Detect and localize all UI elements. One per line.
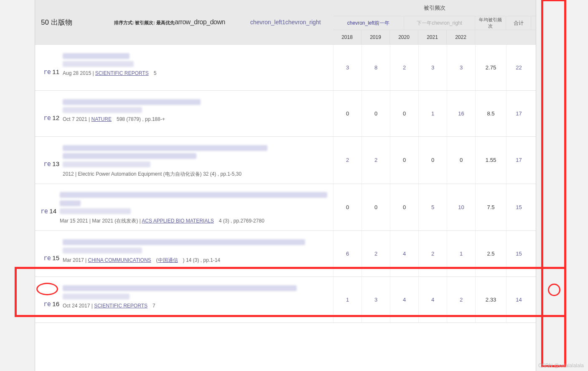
redacted-authors[interactable] <box>63 161 150 167</box>
cite-year-value[interactable]: 6 <box>333 231 361 276</box>
redacted-title[interactable] <box>60 192 327 198</box>
annotation-circle-sum <box>548 284 560 296</box>
volume-info: ) 14 (3) , pp.1-14 <box>183 257 220 263</box>
cite-year-value[interactable]: 1 <box>418 91 447 136</box>
cite-year-value[interactable]: 0 <box>333 91 361 136</box>
year-2019: 2019 <box>361 30 390 44</box>
cite-year-value[interactable]: 2 <box>333 137 361 184</box>
redacted-authors[interactable] <box>63 294 130 299</box>
table-row: re 15Mar 2017 | CHINA COMMUNICATIONS(中国通… <box>35 231 536 277</box>
redacted-title[interactable] <box>63 99 201 105</box>
citation-report-table: 50 出版物 排序方式: 被引频次: 最高优先arrow_drop_down c… <box>35 0 536 371</box>
cite-year-value[interactable]: 5 <box>418 184 447 231</box>
journal-link[interactable]: SCIENTIFIC REPORTS <box>95 70 149 76</box>
volume-info: 4 (3) , pp.2769-2780 <box>219 218 265 224</box>
publication-body: Oct 7 2021 | NATURE598 (7879) , pp.188-+ <box>63 97 327 130</box>
re-prefix: re <box>43 160 51 168</box>
redacted-title[interactable] <box>63 53 130 59</box>
page-nav[interactable]: chevron_left1chevron_right <box>250 19 321 26</box>
cite-year-value[interactable]: 3 <box>447 45 475 90</box>
redacted-title[interactable] <box>63 285 297 291</box>
table-header: 50 出版物 排序方式: 被引频次: 最高优先arrow_drop_down c… <box>35 0 536 45</box>
pub-date: Mar 2017 | <box>63 257 88 263</box>
pub-date: Aug 28 2015 | <box>63 70 95 76</box>
chevron-left-icon[interactable]: chevron_left <box>250 19 282 26</box>
journal-link[interactable]: SCIENTIFIC REPORTS <box>94 303 148 309</box>
pub-date: Oct 7 2021 | <box>63 116 92 122</box>
redacted-authors[interactable] <box>63 107 142 113</box>
cite-year-value[interactable]: 0 <box>390 91 418 136</box>
table-row: re 16Oct 24 2017 | SCIENTIFIC REPORTS713… <box>35 277 536 323</box>
cite-sum[interactable]: 22 <box>506 45 531 90</box>
cite-year-value[interactable]: 2 <box>361 137 390 184</box>
journal-link[interactable]: CHINA COMMUNICATIONS <box>88 257 151 263</box>
cite-year-value[interactable]: 0 <box>361 184 390 231</box>
row-number: 15 <box>52 254 59 261</box>
redacted-title[interactable] <box>63 145 267 151</box>
redacted-authors[interactable] <box>63 248 142 253</box>
cite-year-value[interactable]: 4 <box>418 277 447 322</box>
table-row: re 132012 | Electric Power Automation Eq… <box>35 137 536 184</box>
watermark: CSDN @colalalalala <box>538 363 584 368</box>
cite-year-value[interactable]: 0 <box>333 184 361 231</box>
cite-sum[interactable]: 15 <box>506 231 531 276</box>
re-prefix: re <box>43 114 51 122</box>
sum-header: 合计 <box>506 16 531 30</box>
journal-link[interactable]: ACS APPLIED BIO MATERIALS <box>142 218 214 224</box>
redacted-authors[interactable] <box>60 208 131 214</box>
cite-year-value[interactable]: 0 <box>418 137 447 184</box>
pub-date: Mar 15 2021 | Mar 2021 (在线发表) | <box>60 218 142 224</box>
publication-cell: re 16Oct 24 2017 | SCIENTIFIC REPORTS7 <box>35 277 333 322</box>
redacted-authors[interactable] <box>63 61 134 67</box>
publication-meta: Aug 28 2015 | SCIENTIFIC REPORTS5 <box>63 70 327 76</box>
row-number: 13 <box>52 160 59 167</box>
cite-year-value[interactable]: 10 <box>447 184 475 231</box>
cite-year-value[interactable]: 16 <box>447 91 475 136</box>
re-prefix: re <box>43 300 51 308</box>
row-index: re 11 <box>38 51 63 84</box>
cite-year-value[interactable]: 2 <box>418 231 447 276</box>
redacted-title[interactable] <box>63 153 196 159</box>
cite-year-value[interactable]: 3 <box>361 277 390 322</box>
cite-year-value[interactable]: 3 <box>418 45 447 90</box>
redacted-title[interactable] <box>63 239 305 245</box>
year-labels-row: 2018 2019 2020 2021 2022 <box>333 30 536 44</box>
journal-link[interactable]: NATURE <box>92 116 112 122</box>
publication-body: 2012 | Electric Power Automation Equipme… <box>63 143 327 178</box>
chevron-right-icon[interactable]: chevron_right <box>285 19 321 26</box>
cite-year-value[interactable]: 3 <box>333 45 361 90</box>
citation-title: 被引频次 <box>333 0 536 16</box>
redacted-title[interactable] <box>60 200 81 206</box>
cite-year-value[interactable]: 0 <box>361 91 390 136</box>
cite-year-value[interactable]: 0 <box>390 184 418 231</box>
cite-sum[interactable]: 14 <box>506 277 531 322</box>
citation-cells: 624212.515 <box>333 231 536 276</box>
table-row: re 11Aug 28 2015 | SCIENTIFIC REPORTS538… <box>35 45 536 91</box>
cite-sum[interactable]: 15 <box>506 184 531 231</box>
journal-cn-link[interactable]: 中国通信 <box>158 257 178 263</box>
table-row: re 12Oct 7 2021 | NATURE598 (7879) , pp.… <box>35 91 536 137</box>
cite-avg: 8.5 <box>475 91 506 136</box>
cite-year-value[interactable]: 2 <box>447 277 475 322</box>
volume-info: 598 (7879) , pp.188-+ <box>117 116 165 122</box>
journal-text: Electric Power Automation Equipment (电力自… <box>78 171 241 177</box>
cite-year-value[interactable]: 4 <box>390 231 418 276</box>
cite-year-value[interactable]: 1 <box>447 231 475 276</box>
cite-year-value[interactable]: 2 <box>361 231 390 276</box>
cite-year-value[interactable]: 8 <box>361 45 390 90</box>
prev-year-link[interactable]: chevron_left前一年 <box>333 16 404 30</box>
cite-year-value[interactable]: 4 <box>390 277 418 322</box>
cite-sum[interactable]: 17 <box>506 91 531 136</box>
row-index: re 13 <box>38 143 63 178</box>
sort-controls[interactable]: 排序方式: 被引频次: 最高优先arrow_drop_down <box>114 18 225 26</box>
publication-body: Mar 2017 | CHINA COMMUNICATIONS(中国通信) 14… <box>63 237 327 271</box>
cite-avg: 7.5 <box>475 184 506 231</box>
cite-year-value[interactable]: 0 <box>447 137 475 184</box>
row-index: re 12 <box>38 97 63 130</box>
cite-year-value[interactable]: 0 <box>390 137 418 184</box>
cite-year-value[interactable]: 1 <box>333 277 361 322</box>
cite-year-value[interactable]: 2 <box>390 45 418 90</box>
publication-meta: Mar 2017 | CHINA COMMUNICATIONS(中国通信) 14… <box>63 257 327 264</box>
citation-cells: 220001.5517 <box>333 137 536 184</box>
cite-sum[interactable]: 17 <box>506 137 531 184</box>
